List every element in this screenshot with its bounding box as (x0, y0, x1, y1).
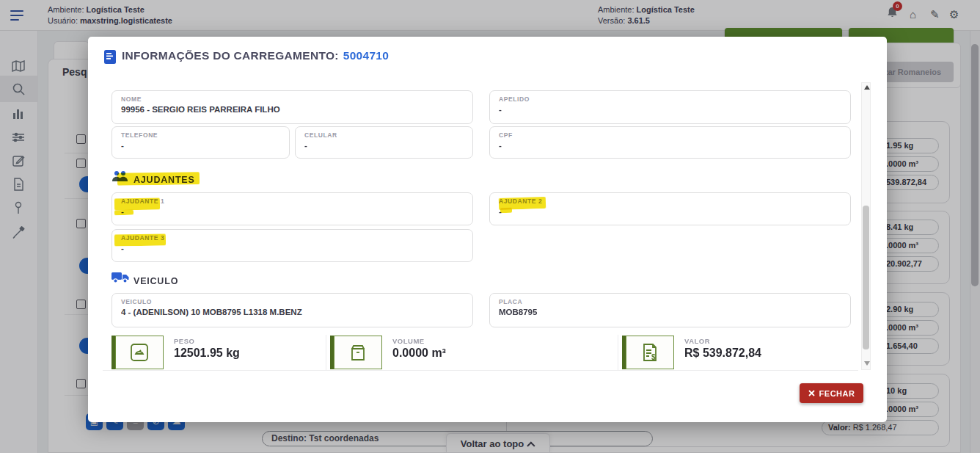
highlight-annotation (117, 172, 200, 186)
scroll-down-arrow[interactable] (864, 361, 870, 366)
modal-title: INFORMAÇÕES DO CARREGAMENTO:5004710 (122, 49, 389, 62)
field-veiculo: VEICULO4 - (ADENILSON) 10 MOB8795 L1318 … (111, 293, 473, 327)
close-icon (808, 390, 815, 396)
field-ajudante1: AJUDANTE 1- (111, 192, 473, 225)
carregamento-info-modal: INFORMAÇÕES DO CARREGAMENTO:5004710 NOME… (88, 37, 887, 422)
field-ajudante3: AJUDANTE 3- (111, 229, 473, 262)
modal-scrollbar-thumb[interactable] (863, 206, 869, 349)
scale-icon (115, 336, 164, 369)
stat-valor: VALOR R$ 539.872,84 (684, 337, 761, 360)
app-root: Ambiente: Logística Teste Usuário: maxst… (0, 0, 980, 453)
field-cpf: CPF- (489, 126, 851, 159)
truck-icon (111, 272, 129, 286)
carregamento-number-link[interactable]: 5004710 (343, 49, 389, 62)
svg-text:$: $ (651, 353, 656, 361)
invoice-icon: $ (626, 336, 674, 369)
document-icon (104, 50, 117, 68)
stat-volume: VOLUME 0.0000 m³ (392, 337, 446, 360)
highlight-annotation (500, 208, 512, 214)
highlight-annotation (114, 233, 166, 246)
scroll-up-arrow[interactable] (864, 85, 870, 90)
section-title-veiculo: VEICULO (134, 276, 178, 286)
field-telefone: TELEFONE- (111, 126, 290, 159)
field-nome: NOME99956 - SERGIO REIS PARREIRA FILHO (111, 90, 473, 124)
package-icon (334, 336, 382, 369)
stat-peso: PESO 12501.95 kg (174, 337, 240, 360)
highlight-annotation (114, 210, 134, 216)
field-placa: PLACAMOB8795 (489, 293, 851, 327)
field-apelido: APELIDO- (489, 90, 851, 124)
field-celular: CELULAR- (295, 126, 473, 159)
close-button[interactable]: FECHAR (800, 383, 863, 403)
highlight-annotation (114, 197, 160, 210)
